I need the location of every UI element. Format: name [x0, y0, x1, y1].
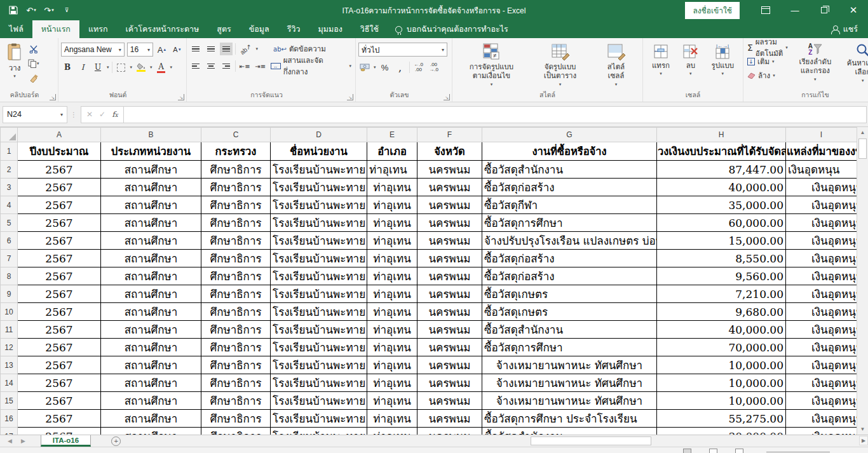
header-cell-G[interactable]: งานที่ซื้อหรือจ้าง	[482, 142, 657, 161]
cell-H5[interactable]: 60,000.00	[657, 214, 786, 232]
cell-H10[interactable]: 9,680.00	[657, 303, 786, 321]
cell-I4[interactable]: เงินอุดหนุน	[786, 196, 857, 214]
cell-E15[interactable]: ท่าอุเทน	[367, 392, 417, 410]
row-header-10[interactable]: 10	[1, 303, 18, 321]
cell-E2[interactable]: ท่าอุเทน	[367, 161, 417, 179]
undo-icon[interactable]: ↶▾	[23, 2, 39, 18]
cell-G10[interactable]: ซื้อวัสดุเกษตร	[482, 303, 657, 321]
cell-G7[interactable]: ซื้อวัสดุก่อสร้าง	[482, 250, 657, 267]
grow-font-icon[interactable]: A▲	[156, 43, 168, 56]
ribbon-tab-0[interactable]: ไฟล์	[0, 20, 32, 38]
scroll-up-icon[interactable]: ▲	[857, 127, 868, 138]
scroll-right-icon[interactable]: ▶	[859, 436, 868, 445]
cell-G13[interactable]: จ้างเหมายานพาหนะ ทัศนศึกษา	[482, 356, 657, 374]
cell-D9[interactable]: โรงเรียนบ้านพะทาย	[271, 285, 367, 303]
page-break-view-icon[interactable]	[735, 449, 743, 453]
zoom-slider[interactable]	[766, 452, 830, 452]
italic-button[interactable]: I	[76, 61, 89, 74]
redo-icon[interactable]: ↷▾	[41, 2, 57, 18]
cell-I12[interactable]: เงินอุดหนุน	[786, 339, 857, 356]
bold-button[interactable]: B	[61, 61, 74, 74]
column-header-G[interactable]: G	[482, 128, 657, 142]
cell-E12[interactable]: ท่าอุเทน	[367, 339, 417, 356]
cell-G9[interactable]: ซื้อวัสดุเกษตร	[482, 285, 657, 303]
cell-E8[interactable]: ท่าอุเทน	[367, 267, 417, 285]
font-family-combo[interactable]: Angsana New▾	[61, 43, 125, 57]
cell-I5[interactable]: เงินอุดหนุน	[786, 214, 857, 232]
align-middle-icon[interactable]	[205, 43, 217, 55]
cell-E10[interactable]: ท่าอุเทน	[367, 303, 417, 321]
cell-E17[interactable]: ท่าอุเทน	[367, 428, 417, 435]
header-cell-H[interactable]: วงเงินงบประมาณที่ได้รับจัดสรร	[657, 142, 786, 161]
tell-me-box[interactable]: บอกฉันว่าคุณต้องการทำอะไร	[388, 20, 516, 38]
cell-I6[interactable]: เงินอุดหนุน	[786, 232, 857, 250]
cell-A13[interactable]: 2567	[18, 356, 101, 374]
horizontal-scroll-thumb[interactable]	[531, 436, 651, 445]
align-top-icon[interactable]	[189, 43, 202, 55]
alignment-dialog-launcher[interactable]	[347, 94, 353, 100]
scroll-down-icon[interactable]: ▼	[857, 424, 868, 435]
column-header-C[interactable]: C	[201, 128, 271, 142]
ribbon-tab-8[interactable]: วิธีใช้	[351, 20, 388, 38]
cell-F13[interactable]: นครพนม	[417, 356, 482, 374]
row-header-1[interactable]: 1	[1, 142, 18, 161]
cell-C10[interactable]: ศึกษาธิการ	[201, 303, 271, 321]
cell-F16[interactable]: นครพนม	[417, 410, 482, 428]
row-header-4[interactable]: 4	[1, 196, 18, 214]
cell-H17[interactable]: 30,000.00	[657, 428, 786, 435]
decrease-indent-icon[interactable]: ⇤≡	[238, 60, 252, 72]
ribbon-tab-5[interactable]: ข้อมูล	[240, 20, 278, 38]
cell-G4[interactable]: ซื้อวัสดุกีฬา	[482, 196, 657, 214]
sheet-nav-left-icon[interactable]: ◀	[8, 438, 12, 444]
header-cell-D[interactable]: ชื่อหน่วยงาน	[271, 142, 367, 161]
cell-A7[interactable]: 2567	[18, 250, 101, 267]
cell-G2[interactable]: ซื้อวัสดุสำนักงาน	[482, 161, 657, 179]
accounting-format-icon[interactable]	[358, 61, 371, 74]
row-header-2[interactable]: 2	[1, 161, 18, 179]
cancel-entry-icon[interactable]: ✕	[86, 110, 93, 119]
row-header-17[interactable]: 17	[1, 428, 18, 435]
cell-D7[interactable]: โรงเรียนบ้านพะทาย	[271, 250, 367, 267]
cell-H12[interactable]: 70,000.00	[657, 339, 786, 356]
comma-style-icon[interactable]: ,	[394, 61, 407, 74]
row-header-16[interactable]: 16	[1, 410, 18, 428]
cell-F4[interactable]: นครพนม	[417, 196, 482, 214]
cell-F12[interactable]: นครพนม	[417, 339, 482, 356]
cell-I8[interactable]: เงินอุดหนุน	[786, 267, 857, 285]
save-icon[interactable]	[5, 2, 22, 18]
restore-button[interactable]	[810, 0, 839, 20]
cell-F9[interactable]: นครพนม	[417, 285, 482, 303]
cell-G6[interactable]: จ้างปรับปรุงโรงเรือน แปลงเกษตร บ่อปลา	[482, 232, 657, 250]
cell-B6[interactable]: สถานศึกษา	[101, 232, 201, 250]
cell-F14[interactable]: นครพนม	[417, 374, 482, 392]
cell-E3[interactable]: ท่าอุเทน	[367, 179, 417, 196]
autosum-button[interactable]: Σผลรวมอัตโนมัติ▾	[746, 41, 789, 54]
cell-B11[interactable]: สถานศึกษา	[101, 321, 201, 339]
clear-button[interactable]: ล้าง▾	[746, 69, 789, 82]
decrease-decimal-icon[interactable]: .00→.0	[428, 61, 440, 74]
cell-B9[interactable]: สถานศึกษา	[101, 285, 201, 303]
cell-D17[interactable]: โรงเรียนบ้านพะทาย	[271, 428, 367, 435]
cell-I14[interactable]: เงินอุดหนุน	[786, 374, 857, 392]
header-cell-I[interactable]: แหล่งที่มาของงบประมาณ	[786, 142, 857, 161]
cell-A12[interactable]: 2567	[18, 339, 101, 356]
cell-H14[interactable]: 10,000.00	[657, 374, 786, 392]
borders-icon[interactable]	[115, 61, 128, 74]
cell-I17[interactable]: เงินอุดหนุน	[786, 428, 857, 435]
cell-C13[interactable]: ศึกษาธิการ	[201, 356, 271, 374]
new-sheet-icon[interactable]: +	[111, 436, 121, 446]
underline-button[interactable]: U	[92, 61, 104, 74]
cell-H2[interactable]: 87,447.00	[657, 161, 786, 179]
cell-E16[interactable]: ท่าอุเทน	[367, 410, 417, 428]
cell-B5[interactable]: สถานศึกษา	[101, 214, 201, 232]
vertical-scroll-thumb[interactable]	[858, 139, 867, 159]
formula-input[interactable]	[124, 106, 867, 123]
name-box[interactable]: N24▾	[3, 106, 67, 123]
cell-C9[interactable]: ศึกษาธิการ	[201, 285, 271, 303]
cell-G15[interactable]: จ้างเหมายานพาหนะ ทัศนศึกษา	[482, 392, 657, 410]
cell-E5[interactable]: ท่าอุเทน	[367, 214, 417, 232]
ribbon-tab-1[interactable]: หน้าแรก	[32, 20, 79, 38]
column-header-I[interactable]: I	[786, 128, 857, 142]
cell-G8[interactable]: ซื้อวัสดุก่อสร้าง	[482, 267, 657, 285]
shrink-font-icon[interactable]: A▼	[171, 43, 184, 56]
